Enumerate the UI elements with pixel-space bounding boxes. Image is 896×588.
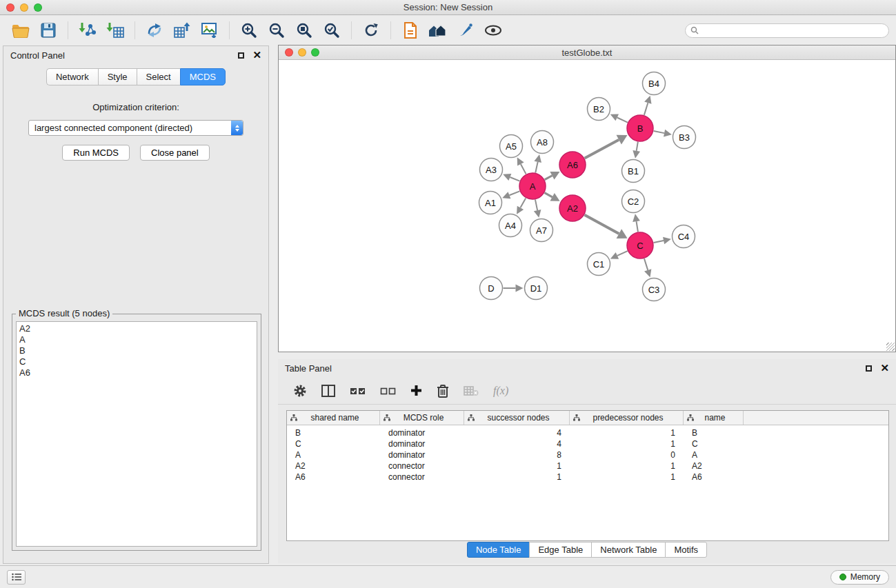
edge-A-A4[interactable] — [520, 198, 526, 207]
minimize-network-icon[interactable] — [298, 48, 306, 57]
tab-edge-table[interactable]: Edge Table — [529, 542, 592, 558]
minimize-window-icon[interactable] — [20, 3, 28, 12]
edge-A-A3[interactable] — [510, 177, 519, 181]
edge-A-A2[interactable] — [545, 193, 552, 197]
table-row-a2[interactable]: A2connector11A2 — [287, 460, 888, 472]
edge-C-C4[interactable] — [654, 241, 664, 243]
tab-network-table[interactable]: Network Table — [591, 542, 666, 558]
select-all-icon[interactable] — [350, 386, 366, 396]
dropdown-stepper-icon[interactable] — [231, 121, 243, 135]
close-panel-button[interactable]: Close panel — [140, 145, 210, 161]
float-table-panel-icon[interactable] — [866, 365, 872, 372]
tab-style[interactable]: Style — [98, 68, 137, 85]
float-panel-icon[interactable] — [238, 52, 244, 59]
home-icon[interactable] — [424, 19, 452, 41]
zoom-in-icon[interactable] — [235, 19, 263, 41]
search-field[interactable] — [685, 23, 889, 38]
node-a4[interactable]: A4 — [499, 214, 522, 237]
search-input[interactable] — [702, 25, 884, 36]
tab-network[interactable]: Network — [46, 68, 98, 85]
node-a1[interactable]: A1 — [479, 192, 502, 214]
column-header-name[interactable]: name — [684, 411, 744, 425]
result-item-b[interactable]: B — [19, 345, 254, 356]
edge-A-A8[interactable] — [535, 162, 537, 173]
tab-mcds[interactable]: MCDS — [180, 68, 226, 85]
task-history-button[interactable] — [7, 570, 26, 585]
node-b3[interactable]: B3 — [673, 126, 696, 149]
save-session-icon[interactable] — [34, 19, 62, 41]
edge-A-A6[interactable] — [545, 176, 552, 180]
node-d[interactable]: D — [480, 277, 503, 300]
show-columns-icon[interactable] — [321, 385, 335, 397]
criterion-dropdown[interactable]: largest connected component (directed) — [28, 120, 243, 136]
node-c[interactable]: C — [627, 232, 653, 258]
add-icon[interactable] — [410, 385, 422, 396]
node-c1[interactable]: C1 — [588, 253, 610, 276]
edge-C-C2[interactable] — [637, 221, 638, 232]
run-mcds-button[interactable]: Run MCDS — [62, 145, 130, 161]
table-row-b[interactable]: Bdominator41B — [287, 427, 888, 438]
node-b1[interactable]: B1 — [622, 160, 645, 183]
maximize-window-icon[interactable] — [34, 3, 42, 12]
edge-A6-B[interactable] — [585, 140, 619, 159]
zoom-out-icon[interactable] — [263, 19, 290, 41]
column-header-predecessor-nodes[interactable]: predecessor nodes — [570, 411, 684, 425]
table-row-a[interactable]: Adominator80A — [287, 449, 888, 460]
result-item-a2[interactable]: A2 — [19, 323, 254, 334]
style-icon[interactable] — [452, 19, 479, 41]
zoom-selected-icon[interactable] — [318, 19, 346, 41]
export-table-icon[interactable] — [168, 19, 196, 41]
node-a7[interactable]: A7 — [530, 219, 553, 242]
open-session-icon[interactable] — [7, 19, 34, 41]
node-c4[interactable]: C4 — [673, 225, 695, 248]
delete-icon[interactable] — [437, 384, 449, 398]
edge-A-A1[interactable] — [509, 191, 519, 195]
open-recent-icon[interactable] — [397, 19, 424, 41]
node-b4[interactable]: B4 — [643, 72, 666, 95]
edge-B-B3[interactable] — [654, 131, 664, 133]
table-row-c[interactable]: Cdominator41C — [287, 438, 888, 449]
edge-B-B2[interactable] — [617, 117, 628, 122]
node-b[interactable]: B — [627, 115, 653, 141]
import-network-icon[interactable] — [74, 19, 101, 41]
edge-B-B1[interactable] — [637, 142, 638, 151]
refresh-icon[interactable] — [357, 19, 385, 41]
table-row-a6[interactable]: A6connector11A6 — [287, 472, 888, 483]
node-a2[interactable]: A2 — [559, 195, 586, 221]
tab-select[interactable]: Select — [137, 68, 180, 85]
node-a6[interactable]: A6 — [559, 152, 586, 178]
node-a3[interactable]: A3 — [480, 159, 503, 181]
settings-gear-icon[interactable] — [293, 384, 307, 398]
resize-grip[interactable] — [886, 343, 895, 351]
edge-C-C1[interactable] — [617, 251, 628, 256]
close-panel-icon[interactable]: ✕ — [252, 51, 261, 59]
edge-C-C3[interactable] — [644, 258, 648, 270]
column-header-successor-nodes[interactable]: successor nodes — [464, 411, 570, 425]
network-window-titlebar[interactable]: testGlobe.txt — [279, 45, 895, 60]
import-table-icon[interactable] — [101, 19, 129, 41]
edge-A-A7[interactable] — [535, 200, 537, 210]
show-details-icon[interactable] — [479, 19, 507, 41]
node-c3[interactable]: C3 — [643, 278, 666, 301]
mcds-result-list[interactable]: A2ABCA6 — [16, 321, 257, 547]
unselect-all-icon[interactable] — [380, 386, 396, 396]
close-network-icon[interactable] — [285, 48, 293, 57]
column-header-mcds-role[interactable]: MCDS role — [380, 411, 464, 425]
node-a[interactable]: A — [519, 173, 546, 199]
network-canvas[interactable]: B4B2BB3A5A8A6B1A3AC2A1A2A4A7C4CC1C3DD1 — [279, 60, 895, 352]
export-image-icon[interactable] — [196, 19, 223, 41]
zoom-fit-icon[interactable] — [290, 19, 318, 41]
node-d1[interactable]: D1 — [525, 277, 548, 300]
tab-node-table[interactable]: Node Table — [467, 542, 530, 558]
node-c2[interactable]: C2 — [622, 190, 645, 213]
edge-B-B4[interactable] — [644, 103, 648, 115]
node-a8[interactable]: A8 — [531, 131, 554, 154]
node-b2[interactable]: B2 — [588, 98, 610, 121]
edge-A2-C[interactable] — [585, 215, 619, 234]
memory-button[interactable]: Memory — [830, 570, 889, 585]
tab-motifs[interactable]: Motifs — [665, 542, 707, 558]
edge-A-A5[interactable] — [521, 164, 526, 174]
maximize-network-icon[interactable] — [311, 48, 319, 57]
export-network-icon[interactable] — [141, 19, 168, 41]
node-a5[interactable]: A5 — [500, 135, 523, 158]
